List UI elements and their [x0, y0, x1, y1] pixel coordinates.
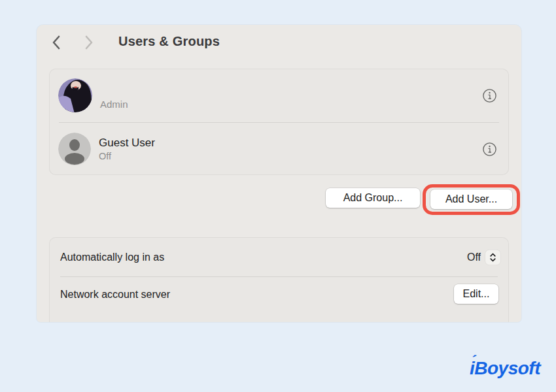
user-row-guest[interactable]: Guest User Off: [50, 123, 508, 175]
info-icon[interactable]: [481, 88, 497, 103]
user-name-label: Admin: [100, 99, 128, 110]
add-user-button[interactable]: Add User...: [430, 189, 512, 209]
auto-login-popup[interactable]: Off: [467, 250, 500, 265]
back-button[interactable]: [48, 33, 64, 53]
chevron-right-icon: [84, 35, 94, 52]
network-server-row: Network account server Edit...: [50, 276, 508, 322]
guest-avatar: [58, 133, 91, 165]
user-name-label: Guest User: [99, 136, 155, 150]
settings-card: Automatically log in as Off Network acco…: [49, 237, 509, 322]
user-list-card: Admin Guest User Off: [49, 69, 509, 175]
chevron-left-icon: [52, 35, 61, 52]
auto-login-row: Automatically log in as Off: [50, 238, 508, 276]
page-title: Users & Groups: [118, 34, 220, 49]
network-server-label: Network account server: [60, 289, 170, 301]
iboysoft-logo: ´ iBoysoft: [470, 358, 540, 379]
chevron-up-down-icon: [485, 250, 500, 265]
admin-avatar: [58, 78, 92, 112]
info-icon[interactable]: [481, 141, 497, 157]
forward-button[interactable]: [81, 33, 97, 53]
logo-text: iBoysoft: [470, 358, 540, 378]
users-groups-window: Users & Groups Admin: [37, 25, 521, 322]
edit-button[interactable]: Edit...: [454, 284, 498, 304]
add-group-button[interactable]: Add Group...: [326, 188, 420, 208]
auto-login-label: Automatically log in as: [60, 252, 164, 263]
user-status-label: Off: [99, 150, 155, 162]
user-row-admin[interactable]: Admin: [50, 69, 508, 122]
auto-login-value: Off: [467, 252, 481, 263]
header: Users & Groups: [37, 25, 521, 61]
